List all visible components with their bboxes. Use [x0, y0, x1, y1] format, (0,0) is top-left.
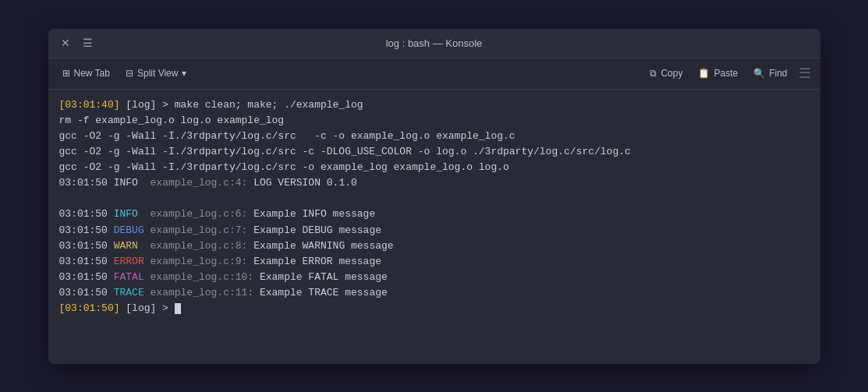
- terminal-text: example_log.c:9:: [151, 256, 248, 267]
- copy-button[interactable]: ⧉ Copy: [643, 65, 689, 82]
- terminal-text: [log] > make clean; make; ./example_log: [120, 99, 363, 111]
- terminal-text: LOG VERSION 0.1.0: [247, 177, 356, 189]
- find-icon: 🔍: [753, 68, 765, 79]
- terminal-text: ERROR: [114, 256, 151, 267]
- terminal-line: 03:01:50 TRACE example_log.c:11: Example…: [59, 285, 810, 301]
- close-button[interactable]: ✕: [58, 35, 73, 51]
- terminal-text: gcc -O2 -g -Wall -I./3rdparty/log.c/src …: [59, 146, 631, 157]
- terminal-text: 03:01:50: [59, 256, 114, 267]
- dropdown-arrow-icon: ▾: [182, 68, 186, 79]
- new-tab-icon: ⊞: [62, 68, 70, 79]
- terminal-text: [03:01:50]: [59, 302, 120, 314]
- split-view-label: Split View: [137, 68, 178, 79]
- terminal-line: rm -f example_log.o log.o example_log: [59, 113, 810, 129]
- more-menu-button[interactable]: ☰: [797, 65, 813, 82]
- terminal-text: example_log.c:7:: [151, 224, 248, 236]
- terminal-text: Example TRACE message: [253, 287, 388, 298]
- terminal-text: Example FATAL message: [253, 271, 388, 283]
- terminal-text: FATAL: [114, 271, 151, 283]
- new-tab-label: New Tab: [74, 68, 110, 79]
- split-view-icon: ⊟: [126, 68, 133, 79]
- terminal-text: gcc -O2 -g -Wall -I./3rdparty/log.c/src …: [59, 161, 509, 173]
- terminal-line: gcc -O2 -g -Wall -I./3rdparty/log.c/src …: [59, 129, 810, 144]
- terminal-text: 03:01:50: [59, 224, 114, 236]
- terminal-line: 03:01:50 INFO example_log.c:4: LOG VERSI…: [59, 175, 810, 191]
- terminal-text: Example DEBUG message: [247, 224, 381, 236]
- toolbar-right: ⧉ Copy 📋 Paste 🔍 Find ☰: [643, 65, 812, 82]
- terminal-text: 03:01:50: [59, 240, 114, 252]
- terminal-text: 03:01:50 INFO: [59, 177, 151, 189]
- title-bar: ✕ ☰ log : bash — Konsole: [48, 29, 820, 58]
- terminal-text: INFO: [114, 208, 151, 220]
- terminal-text: TRACE: [114, 287, 151, 298]
- terminal-line: 03:01:50 ERROR example_log.c:9: Example …: [59, 254, 810, 270]
- terminal-text: example_log.c:10:: [151, 271, 254, 283]
- terminal-line: 03:01:50 WARN example_log.c:8: Example W…: [59, 238, 810, 254]
- terminal-text: rm -f example_log.o log.o example_log: [59, 115, 285, 126]
- new-tab-button[interactable]: ⊞ New Tab: [56, 65, 116, 82]
- terminal-text: Example WARNING message: [247, 240, 393, 252]
- terminal-output[interactable]: [03:01:40] [log] > make clean; make; ./e…: [48, 90, 820, 364]
- terminal-text: Example ERROR message: [247, 256, 381, 267]
- terminal-line: 03:01:50 FATAL example_log.c:10: Example…: [59, 270, 810, 285]
- find-label: Find: [769, 68, 787, 79]
- paste-button[interactable]: 📋 Paste: [692, 65, 744, 82]
- terminal-line: 03:01:50 DEBUG example_log.c:7: Example …: [59, 223, 810, 238]
- terminal-text: 03:01:50: [59, 208, 114, 220]
- terminal-window: ✕ ☰ log : bash — Konsole ⊞ New Tab ⊟ Spl…: [48, 29, 820, 364]
- find-button[interactable]: 🔍 Find: [747, 65, 793, 82]
- terminal-text: example_log.c:6:: [151, 208, 248, 220]
- terminal-text: Example INFO message: [247, 208, 375, 220]
- paste-label: Paste: [714, 68, 738, 79]
- terminal-text: [03:01:40]: [59, 99, 120, 111]
- terminal-text: DEBUG: [114, 224, 151, 236]
- terminal-line: 03:01:50 INFO example_log.c:6: Example I…: [59, 207, 810, 222]
- terminal-text: example_log.c:8:: [151, 240, 248, 252]
- terminal-text: 03:01:50: [59, 287, 114, 298]
- toolbar: ⊞ New Tab ⊟ Split View ▾ ⧉ Copy 📋 Paste …: [48, 58, 820, 90]
- terminal-text: 03:01:50: [59, 271, 114, 283]
- title-bar-controls: ✕ ☰: [58, 35, 96, 51]
- terminal-text: gcc -O2 -g -Wall -I./3rdparty/log.c/src …: [59, 130, 515, 142]
- menu-button[interactable]: ☰: [80, 35, 96, 51]
- copy-icon: ⧉: [650, 68, 657, 79]
- terminal-text: example_log.c:4:: [151, 177, 248, 189]
- terminal-line: [03:01:50] [log] >: [59, 301, 810, 316]
- window-title: log : bash — Konsole: [386, 37, 483, 49]
- cursor: [175, 303, 181, 314]
- terminal-line: [03:01:40] [log] > make clean; make; ./e…: [59, 97, 810, 113]
- terminal-text: example_log.c:11:: [151, 287, 254, 298]
- terminal-line: gcc -O2 -g -Wall -I./3rdparty/log.c/src …: [59, 160, 810, 175]
- split-view-button[interactable]: ⊟ Split View ▾: [119, 65, 193, 82]
- terminal-line: gcc -O2 -g -Wall -I./3rdparty/log.c/src …: [59, 144, 810, 160]
- terminal-text: WARN: [114, 240, 151, 252]
- copy-label: Copy: [661, 68, 682, 79]
- terminal-line: [59, 191, 810, 207]
- paste-icon: 📋: [698, 68, 710, 79]
- terminal-text: [log] >: [120, 302, 175, 314]
